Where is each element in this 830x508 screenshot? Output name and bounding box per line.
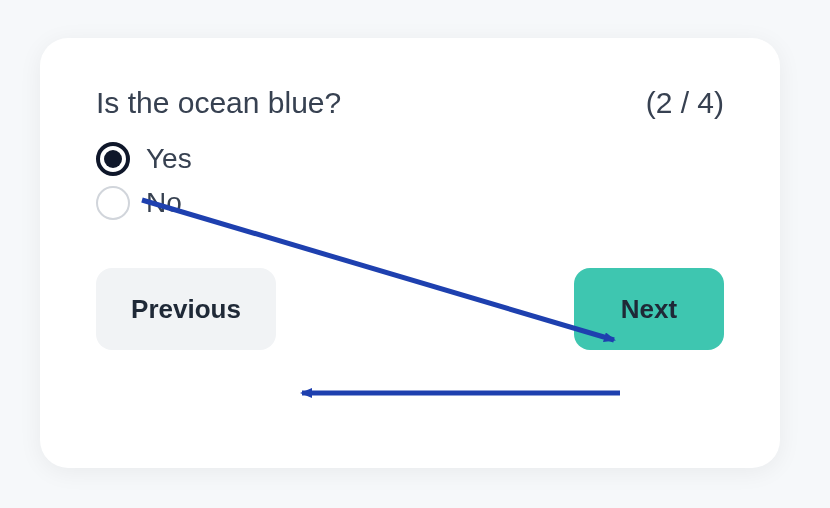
question-card: Is the ocean blue? (2 / 4) Yes No Previo… bbox=[40, 38, 780, 468]
next-button[interactable]: Next bbox=[574, 268, 724, 350]
option-no-label: No bbox=[146, 187, 182, 219]
button-row: Previous Next bbox=[96, 268, 724, 350]
option-yes[interactable]: Yes bbox=[96, 142, 724, 176]
radio-no-icon[interactable] bbox=[96, 186, 130, 220]
option-yes-label: Yes bbox=[146, 143, 192, 175]
card-header: Is the ocean blue? (2 / 4) bbox=[96, 86, 724, 120]
previous-button[interactable]: Previous bbox=[96, 268, 276, 350]
option-no[interactable]: No bbox=[96, 186, 724, 220]
question-text: Is the ocean blue? bbox=[96, 86, 341, 120]
radio-yes-icon[interactable] bbox=[96, 142, 130, 176]
diagram-canvas: Is the ocean blue? (2 / 4) Yes No Previo… bbox=[0, 0, 830, 508]
step-counter: (2 / 4) bbox=[646, 86, 724, 120]
options-group: Yes No bbox=[96, 142, 724, 220]
